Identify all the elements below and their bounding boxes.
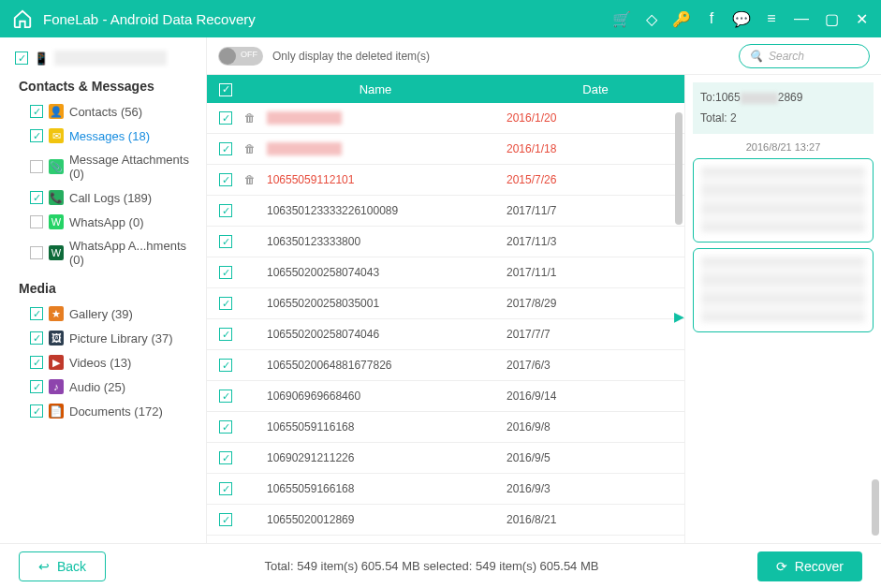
- category-checkbox[interactable]: ✓: [30, 307, 43, 320]
- deleted-only-toggle[interactable]: OFF: [218, 47, 263, 66]
- minimize-icon[interactable]: —: [793, 10, 810, 27]
- table-row[interactable]: ✓106550200648816778262017/6/3: [207, 350, 684, 381]
- search-input[interactable]: 🔍 Search: [739, 44, 870, 68]
- sidebar-item[interactable]: ✓✉Messages (18): [7, 124, 206, 148]
- category-icon: W: [49, 214, 64, 229]
- sidebar-item[interactable]: ✓♪Audio (25): [7, 375, 206, 399]
- row-date: 2017/11/1: [507, 266, 684, 279]
- sidebar-item[interactable]: ✓📄Documents (172): [7, 399, 206, 423]
- category-label: WhatsApp (0): [69, 215, 143, 229]
- row-checkbox[interactable]: ✓: [219, 142, 232, 155]
- category-label: Call Logs (189): [69, 191, 152, 205]
- row-checkbox[interactable]: ✓: [219, 297, 232, 310]
- table-row[interactable]: ✓🗑106550591121012015/7/26: [207, 165, 684, 196]
- category-checkbox[interactable]: ✓: [30, 356, 43, 369]
- preview-scrollbar[interactable]: [872, 479, 879, 536]
- sidebar-item[interactable]: ✓🖼Picture Library (37): [7, 326, 206, 350]
- table-row[interactable]: ✓🗑2016/1/18: [207, 134, 684, 165]
- category-label: Message Attachments (0): [69, 153, 198, 181]
- select-all-checkbox[interactable]: ✓: [219, 83, 232, 96]
- sidebar-item[interactable]: ✓▶Videos (13): [7, 350, 206, 375]
- table-row[interactable]: ✓1069069696684602016/9/14: [207, 381, 684, 412]
- facebook-icon[interactable]: f: [703, 10, 720, 27]
- category-icon: 🖼: [49, 331, 64, 345]
- category-checkbox[interactable]: ✓: [30, 246, 43, 259]
- section-contacts-messages: Contacts & Messages: [7, 69, 206, 99]
- key-icon[interactable]: 🔑: [673, 10, 690, 27]
- trash-icon: 🗑: [244, 173, 263, 186]
- table-row[interactable]: ✓106550591661682016/9/3: [207, 474, 684, 505]
- row-name: [263, 111, 507, 125]
- row-checkbox[interactable]: ✓: [219, 390, 232, 403]
- table-row[interactable]: ✓1065502002580350012017/8/29: [207, 288, 684, 319]
- device-checkbox[interactable]: ✓: [15, 51, 28, 65]
- cart-icon[interactable]: 🛒: [613, 10, 630, 27]
- preview-info: To:10652869 Total: 2: [693, 82, 874, 134]
- recover-button[interactable]: ⟳ Recover: [757, 551, 862, 581]
- home-icon[interactable]: [11, 7, 34, 30]
- row-checkbox[interactable]: ✓: [219, 204, 232, 217]
- category-icon: ✉: [49, 128, 64, 143]
- row-name: 106350123333800: [263, 235, 507, 248]
- row-date: 2015/7/26: [507, 173, 684, 186]
- category-checkbox[interactable]: ✓: [30, 129, 43, 142]
- row-date: 2016/1/18: [507, 142, 684, 155]
- category-icon: ★: [49, 306, 64, 321]
- table-row[interactable]: ✓1063501233332261000892017/11/7: [207, 196, 684, 227]
- sidebar-item[interactable]: ✓📎Message Attachments (0): [7, 148, 206, 185]
- table-row[interactable]: ✓106550591161682016/9/8: [207, 412, 684, 443]
- table-row[interactable]: ✓106550200128692016/8/21: [207, 505, 684, 536]
- menu-icon[interactable]: ≡: [763, 10, 780, 27]
- row-checkbox[interactable]: ✓: [219, 173, 232, 186]
- close-icon[interactable]: ✕: [853, 10, 870, 27]
- row-checkbox[interactable]: ✓: [219, 235, 232, 248]
- device-name-blurred: [54, 51, 167, 66]
- category-icon: ▶: [49, 355, 64, 370]
- row-checkbox[interactable]: ✓: [219, 513, 232, 526]
- maximize-icon[interactable]: ▢: [823, 10, 840, 27]
- row-checkbox[interactable]: ✓: [219, 111, 232, 125]
- chat-icon[interactable]: 💬: [733, 10, 750, 27]
- row-checkbox[interactable]: ✓: [219, 420, 232, 434]
- device-row[interactable]: ✓ 📱: [7, 47, 206, 69]
- table-row[interactable]: ✓106902912112262016/9/5: [207, 443, 684, 474]
- category-label: Gallery (39): [69, 307, 133, 321]
- section-media: Media: [7, 272, 206, 301]
- table-scrollbar[interactable]: [675, 112, 683, 225]
- row-checkbox[interactable]: ✓: [219, 266, 232, 279]
- sidebar-item[interactable]: ✓★Gallery (39): [7, 301, 206, 326]
- back-button[interactable]: ↩ Back: [19, 551, 106, 581]
- row-checkbox[interactable]: ✓: [219, 451, 232, 464]
- category-checkbox[interactable]: ✓: [30, 215, 43, 228]
- category-checkbox[interactable]: ✓: [30, 105, 43, 118]
- row-name: [263, 142, 507, 156]
- row-checkbox[interactable]: ✓: [219, 328, 232, 341]
- table-row[interactable]: ✓🗑2016/1/20: [207, 103, 684, 134]
- row-name: 106550200258035001: [263, 297, 507, 310]
- category-checkbox[interactable]: ✓: [30, 404, 43, 418]
- toggle-hint: Only display the deleted item(s): [272, 50, 729, 63]
- sidebar-item[interactable]: ✓WWhatsApp A...hments (0): [7, 234, 206, 272]
- col-date-header[interactable]: Date: [507, 82, 684, 96]
- row-checkbox[interactable]: ✓: [219, 359, 232, 372]
- table-row[interactable]: ✓1065502002580740432017/11/1: [207, 257, 684, 288]
- category-checkbox[interactable]: ✓: [30, 160, 43, 173]
- col-name-header[interactable]: Name: [244, 82, 507, 96]
- footer-stats: Total: 549 item(s) 605.54 MB selected: 5…: [125, 559, 739, 573]
- category-checkbox[interactable]: ✓: [30, 380, 43, 393]
- collapse-arrow-icon[interactable]: ▶: [674, 309, 684, 324]
- sidebar-item[interactable]: ✓📞Call Logs (189): [7, 185, 206, 210]
- toolbar: OFF Only display the deleted item(s) 🔍 S…: [207, 37, 881, 75]
- category-checkbox[interactable]: ✓: [30, 331, 43, 345]
- table-row[interactable]: ✓1065502002580740462017/7/7: [207, 319, 684, 350]
- row-checkbox[interactable]: ✓: [219, 482, 232, 495]
- sidebar: ✓ 📱 Contacts & Messages ✓👤Contacts (56)✓…: [0, 37, 206, 543]
- category-checkbox[interactable]: ✓: [30, 191, 43, 204]
- category-icon: 👤: [49, 104, 64, 119]
- table-row[interactable]: ✓1063501233338002017/11/3: [207, 227, 684, 257]
- main-panel: OFF Only display the deleted item(s) 🔍 S…: [206, 37, 881, 543]
- sidebar-item[interactable]: ✓WWhatsApp (0): [7, 210, 206, 234]
- sidebar-item[interactable]: ✓👤Contacts (56): [7, 99, 206, 124]
- wifi-icon[interactable]: ◇: [643, 10, 660, 27]
- category-icon: W: [49, 245, 64, 260]
